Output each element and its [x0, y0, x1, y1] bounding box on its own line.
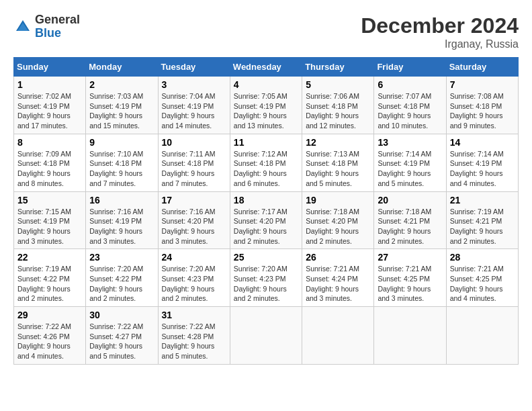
calendar-cell: 30 Sunrise: 7:22 AM Sunset: 4:27 PM Dayl…	[86, 307, 158, 365]
day-number: 19	[306, 195, 370, 205]
calendar-week-4: 22 Sunrise: 7:19 AM Sunset: 4:22 PM Dayl…	[14, 249, 519, 307]
calendar-cell: 25 Sunrise: 7:20 AM Sunset: 4:23 PM Dayl…	[230, 249, 302, 307]
calendar-cell: 8 Sunrise: 7:09 AM Sunset: 4:18 PM Dayli…	[14, 134, 86, 191]
day-number: 22	[17, 252, 82, 263]
calendar-cell: 27 Sunrise: 7:21 AM Sunset: 4:25 PM Dayl…	[374, 249, 446, 307]
subtitle: Irganay, Russia	[361, 38, 519, 50]
day-number: 24	[162, 252, 226, 263]
day-info: Sunrise: 7:04 AM Sunset: 4:19 PM Dayligh…	[162, 91, 226, 131]
day-number: 23	[89, 252, 154, 263]
day-info: Sunrise: 7:03 AM Sunset: 4:19 PM Dayligh…	[89, 91, 154, 131]
day-info: Sunrise: 7:19 AM Sunset: 4:21 PM Dayligh…	[450, 207, 515, 246]
day-info: Sunrise: 7:13 AM Sunset: 4:18 PM Dayligh…	[306, 149, 370, 189]
calendar-cell: 31 Sunrise: 7:22 AM Sunset: 4:28 PM Dayl…	[158, 307, 230, 365]
day-number: 14	[450, 137, 515, 148]
day-number: 17	[162, 195, 226, 205]
day-number: 11	[234, 137, 298, 148]
header-saturday: Saturday	[446, 58, 518, 77]
day-number: 27	[378, 252, 442, 263]
day-info: Sunrise: 7:08 AM Sunset: 4:18 PM Dayligh…	[450, 91, 515, 131]
day-info: Sunrise: 7:20 AM Sunset: 4:22 PM Dayligh…	[89, 264, 154, 304]
calendar-cell: 5 Sunrise: 7:06 AM Sunset: 4:18 PM Dayli…	[302, 77, 374, 134]
main-title: December 2024	[361, 13, 519, 38]
header-monday: Monday	[86, 58, 158, 77]
day-number: 31	[162, 310, 226, 320]
day-info: Sunrise: 7:19 AM Sunset: 4:22 PM Dayligh…	[17, 264, 82, 304]
calendar-cell: 7 Sunrise: 7:08 AM Sunset: 4:18 PM Dayli…	[446, 77, 518, 134]
calendar-cell: 14 Sunrise: 7:14 AM Sunset: 4:19 PM Dayl…	[446, 134, 518, 191]
calendar-cell: 3 Sunrise: 7:04 AM Sunset: 4:19 PM Dayli…	[158, 77, 230, 134]
calendar-cell: 16 Sunrise: 7:16 AM Sunset: 4:19 PM Dayl…	[86, 191, 158, 249]
calendar-cell: 1 Sunrise: 7:02 AM Sunset: 4:19 PM Dayli…	[14, 77, 86, 134]
day-info: Sunrise: 7:07 AM Sunset: 4:18 PM Dayligh…	[378, 91, 442, 131]
day-info: Sunrise: 7:18 AM Sunset: 4:20 PM Dayligh…	[306, 207, 370, 246]
calendar-cell: 2 Sunrise: 7:03 AM Sunset: 4:19 PM Dayli…	[86, 77, 158, 134]
day-number: 20	[378, 195, 442, 205]
calendar-cell: 6 Sunrise: 7:07 AM Sunset: 4:18 PM Dayli…	[374, 77, 446, 134]
calendar-cell: 17 Sunrise: 7:16 AM Sunset: 4:20 PM Dayl…	[158, 191, 230, 249]
calendar-cell: 23 Sunrise: 7:20 AM Sunset: 4:22 PM Dayl…	[86, 249, 158, 307]
header-sunday: Sunday	[14, 58, 86, 77]
calendar-cell: 29 Sunrise: 7:22 AM Sunset: 4:26 PM Dayl…	[14, 307, 86, 365]
day-number: 2	[89, 79, 154, 90]
day-info: Sunrise: 7:06 AM Sunset: 4:18 PM Dayligh…	[306, 91, 370, 131]
day-info: Sunrise: 7:16 AM Sunset: 4:20 PM Dayligh…	[162, 207, 226, 246]
calendar-cell: 12 Sunrise: 7:13 AM Sunset: 4:18 PM Dayl…	[302, 134, 374, 191]
header-wednesday: Wednesday	[230, 58, 302, 77]
logo-icon	[13, 17, 32, 36]
calendar-cell: 11 Sunrise: 7:12 AM Sunset: 4:18 PM Dayl…	[230, 134, 302, 191]
day-info: Sunrise: 7:21 AM Sunset: 4:24 PM Dayligh…	[306, 264, 370, 304]
calendar-cell: 24 Sunrise: 7:20 AM Sunset: 4:23 PM Dayl…	[158, 249, 230, 307]
calendar-cell: 22 Sunrise: 7:19 AM Sunset: 4:22 PM Dayl…	[14, 249, 86, 307]
calendar-cell: 21 Sunrise: 7:19 AM Sunset: 4:21 PM Dayl…	[446, 191, 518, 249]
calendar-cell	[446, 307, 518, 365]
header-friday: Friday	[374, 58, 446, 77]
logo: General Blue	[13, 13, 80, 40]
day-number: 18	[234, 195, 298, 205]
day-number: 26	[306, 252, 370, 263]
day-number: 16	[89, 195, 154, 205]
day-number: 30	[89, 310, 154, 320]
day-info: Sunrise: 7:14 AM Sunset: 4:19 PM Dayligh…	[450, 149, 515, 189]
calendar-week-5: 29 Sunrise: 7:22 AM Sunset: 4:26 PM Dayl…	[14, 307, 519, 365]
day-number: 12	[306, 137, 370, 148]
day-info: Sunrise: 7:10 AM Sunset: 4:18 PM Dayligh…	[89, 149, 154, 189]
day-info: Sunrise: 7:22 AM Sunset: 4:26 PM Dayligh…	[17, 322, 82, 361]
day-info: Sunrise: 7:22 AM Sunset: 4:27 PM Dayligh…	[89, 322, 154, 361]
calendar-cell: 15 Sunrise: 7:15 AM Sunset: 4:19 PM Dayl…	[14, 191, 86, 249]
day-info: Sunrise: 7:14 AM Sunset: 4:19 PM Dayligh…	[378, 149, 442, 189]
header-thursday: Thursday	[302, 58, 374, 77]
calendar-cell: 10 Sunrise: 7:11 AM Sunset: 4:18 PM Dayl…	[158, 134, 230, 191]
day-number: 3	[162, 79, 226, 90]
day-info: Sunrise: 7:17 AM Sunset: 4:20 PM Dayligh…	[234, 207, 298, 246]
day-info: Sunrise: 7:12 AM Sunset: 4:18 PM Dayligh…	[234, 149, 298, 189]
calendar-cell	[302, 307, 374, 365]
calendar-cell: 19 Sunrise: 7:18 AM Sunset: 4:20 PM Dayl…	[302, 191, 374, 249]
logo-blue: Blue	[35, 27, 80, 40]
day-number: 5	[306, 79, 370, 90]
day-info: Sunrise: 7:18 AM Sunset: 4:21 PM Dayligh…	[378, 207, 442, 246]
calendar-cell: 26 Sunrise: 7:21 AM Sunset: 4:24 PM Dayl…	[302, 249, 374, 307]
calendar-week-2: 8 Sunrise: 7:09 AM Sunset: 4:18 PM Dayli…	[14, 134, 519, 191]
calendar-cell	[230, 307, 302, 365]
day-number: 4	[234, 79, 298, 90]
day-info: Sunrise: 7:15 AM Sunset: 4:19 PM Dayligh…	[17, 207, 82, 246]
header-tuesday: Tuesday	[158, 58, 230, 77]
calendar-cell: 20 Sunrise: 7:18 AM Sunset: 4:21 PM Dayl…	[374, 191, 446, 249]
calendar-header-row: SundayMondayTuesdayWednesdayThursdayFrid…	[14, 58, 519, 77]
day-number: 15	[17, 195, 82, 205]
calendar-cell: 28 Sunrise: 7:21 AM Sunset: 4:25 PM Dayl…	[446, 249, 518, 307]
day-number: 1	[17, 79, 82, 90]
calendar-table: SundayMondayTuesdayWednesdayThursdayFrid…	[13, 57, 519, 365]
calendar-cell: 13 Sunrise: 7:14 AM Sunset: 4:19 PM Dayl…	[374, 134, 446, 191]
calendar-week-3: 15 Sunrise: 7:15 AM Sunset: 4:19 PM Dayl…	[14, 191, 519, 249]
day-info: Sunrise: 7:21 AM Sunset: 4:25 PM Dayligh…	[378, 264, 442, 304]
day-number: 21	[450, 195, 515, 205]
header: General Blue December 2024 Irganay, Russ…	[13, 13, 519, 50]
day-number: 28	[450, 252, 515, 263]
calendar-week-1: 1 Sunrise: 7:02 AM Sunset: 4:19 PM Dayli…	[14, 77, 519, 134]
day-number: 29	[17, 310, 82, 320]
day-info: Sunrise: 7:05 AM Sunset: 4:19 PM Dayligh…	[234, 91, 298, 131]
day-number: 9	[89, 137, 154, 148]
day-info: Sunrise: 7:20 AM Sunset: 4:23 PM Dayligh…	[162, 264, 226, 304]
